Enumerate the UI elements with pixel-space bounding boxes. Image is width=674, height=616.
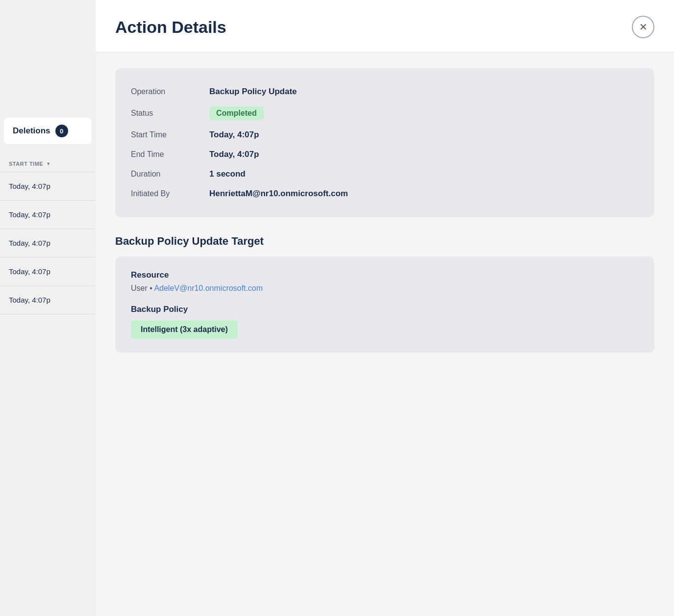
page-title: Action Details xyxy=(115,18,226,37)
operation-label: Operation xyxy=(131,87,209,96)
sort-header[interactable]: START TIME ▼ xyxy=(0,156,96,172)
policy-badge: Intelligent (3x adaptive) xyxy=(131,320,238,339)
sort-label: START TIME xyxy=(9,161,43,167)
duration-row: Duration 1 second xyxy=(131,164,639,184)
status-label: Status xyxy=(131,109,209,118)
status-badge: Completed xyxy=(209,106,264,120)
duration-value: 1 second xyxy=(209,169,246,179)
list-item[interactable]: Today, 4:07p xyxy=(0,229,96,257)
main-panel: Action Details ✕ Operation Backup Policy… xyxy=(96,0,674,616)
sort-arrow-icon: ▼ xyxy=(46,161,50,166)
details-card: Operation Backup Policy Update Status Co… xyxy=(115,68,654,217)
deletions-badge[interactable]: Deletions 0 xyxy=(4,118,92,144)
duration-label: Duration xyxy=(131,170,209,179)
operation-row: Operation Backup Policy Update xyxy=(131,82,639,102)
list-item-time: Today, 4:07p xyxy=(9,296,50,304)
target-card: Resource User • AdeleV@nr10.onmicrosoft.… xyxy=(115,257,654,353)
end-time-row: End Time Today, 4:07p xyxy=(131,145,639,164)
list-item[interactable]: Today, 4:07p xyxy=(0,286,96,314)
target-section-title: Backup Policy Update Target xyxy=(115,235,654,248)
resource-link[interactable]: AdeleV@nr10.onmicrosoft.com xyxy=(154,284,263,292)
list-item[interactable]: Today, 4:07p xyxy=(0,172,96,201)
list-item-time: Today, 4:07p xyxy=(9,210,50,219)
start-time-row: Start Time Today, 4:07p xyxy=(131,125,639,145)
operation-value: Backup Policy Update xyxy=(209,87,297,97)
resource-prefix: User • xyxy=(131,284,154,292)
resource-value: User • AdeleV@nr10.onmicrosoft.com xyxy=(131,284,639,293)
status-row: Status Completed xyxy=(131,102,639,125)
panel-header: Action Details ✕ xyxy=(96,0,674,52)
deletions-count: 0 xyxy=(55,125,68,137)
end-time-value: Today, 4:07p xyxy=(209,150,259,159)
initiated-label: Initiated By xyxy=(131,189,209,198)
list-item-time: Today, 4:07p xyxy=(9,267,50,276)
sidebar: Deletions 0 START TIME ▼ Today, 4:07p To… xyxy=(0,0,96,616)
list-item[interactable]: Today, 4:07p xyxy=(0,201,96,229)
policy-label: Backup Policy xyxy=(131,305,639,314)
list-item[interactable]: Today, 4:07p xyxy=(0,257,96,286)
initiated-row: Initiated By HenriettaM@nr10.onmicrosoft… xyxy=(131,184,639,204)
panel-content: Operation Backup Policy Update Status Co… xyxy=(96,52,674,616)
close-icon: ✕ xyxy=(639,21,648,33)
initiated-value: HenriettaM@nr10.onmicrosoft.com xyxy=(209,189,348,199)
deletions-label: Deletions xyxy=(13,126,50,136)
list-item-time: Today, 4:07p xyxy=(9,239,50,247)
start-time-label: Start Time xyxy=(131,130,209,139)
resource-label: Resource xyxy=(131,270,639,280)
list-item-time: Today, 4:07p xyxy=(9,182,50,190)
start-time-value: Today, 4:07p xyxy=(209,130,259,140)
close-button[interactable]: ✕ xyxy=(632,16,654,38)
end-time-label: End Time xyxy=(131,150,209,159)
